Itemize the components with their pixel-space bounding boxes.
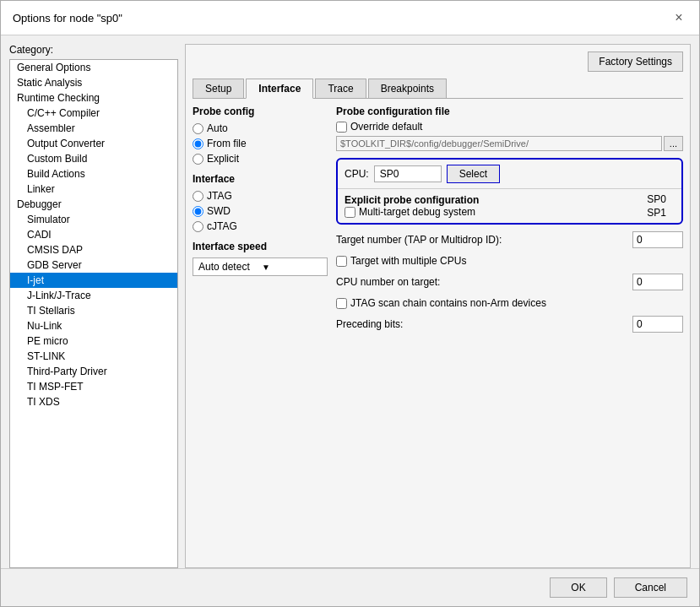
- sidebar-item[interactable]: Debugger: [10, 197, 177, 212]
- cpu-label: CPU:: [345, 168, 369, 180]
- factory-settings-button[interactable]: Factory Settings: [588, 51, 683, 72]
- probe-config-explicit-row[interactable]: Explicit: [193, 153, 328, 165]
- main-panel: Factory Settings SetupInterfaceTraceBrea…: [185, 44, 691, 568]
- preceding-bits-row: Preceding bits:: [336, 316, 683, 333]
- override-row: Override default: [336, 121, 683, 133]
- override-label: Override default: [350, 121, 422, 133]
- explicit-value-sp0: SP0: [647, 192, 666, 206]
- multi-target-checkbox[interactable]: [345, 207, 355, 218]
- speed-box: Interface speed Auto detect ▼: [193, 241, 328, 276]
- swd-row[interactable]: SWD: [193, 205, 328, 217]
- sidebar-item[interactable]: CMSIS DAP: [10, 242, 177, 257]
- jtag-row[interactable]: JTAG: [193, 190, 328, 202]
- category-label: Category:: [9, 44, 178, 56]
- probe-config-auto-radio[interactable]: [193, 123, 203, 134]
- probe-config-auto-row[interactable]: Auto: [193, 122, 328, 134]
- cjtag-radio[interactable]: [193, 221, 203, 232]
- cpu-number-row: CPU number on target:: [336, 274, 683, 290]
- speed-dropdown[interactable]: Auto detect ▼: [193, 257, 328, 276]
- jtag-label: JTAG: [207, 190, 232, 202]
- target-multiple-cpus-label: Target with multiple CPUs: [350, 255, 466, 267]
- probe-config-label: Probe config: [193, 106, 328, 117]
- sidebar-item[interactable]: Linker: [10, 182, 177, 197]
- cpu-select-section: CPU: Select Explicit probe configuration…: [336, 158, 683, 225]
- sidebar-item[interactable]: ST-LINK: [10, 349, 177, 364]
- factory-btn-row: Factory Settings: [193, 51, 683, 72]
- sidebar-item[interactable]: J-Link/J-Trace: [10, 288, 177, 303]
- probe-config-fromfile-radio[interactable]: [193, 138, 203, 149]
- explicit-probe-label: Explicit probe configuration: [345, 194, 479, 206]
- jtag-scan-row: JTAG scan chain contains non-Arm devices: [336, 297, 683, 309]
- cpu-input[interactable]: [374, 165, 442, 182]
- explicit-probe-section: Explicit probe configuration Multi-targe…: [345, 194, 479, 218]
- sidebar-item[interactable]: GDB Server: [10, 257, 177, 273]
- dialog: Options for node "sp0" × Category: Gener…: [0, 0, 700, 607]
- sidebar-item[interactable]: Static Analysis: [10, 75, 177, 90]
- preceding-bits-label: Preceding bits:: [336, 318, 627, 330]
- probe-config-box: Probe config Auto From file Explicit: [193, 106, 328, 165]
- tab-interface[interactable]: Interface: [246, 79, 313, 99]
- interface-label: Interface: [193, 173, 328, 185]
- cpu-number-input[interactable]: [632, 274, 683, 290]
- cpu-number-label: CPU number on target:: [336, 276, 627, 288]
- probe-config-auto-label: Auto: [207, 122, 228, 134]
- select-button[interactable]: Select: [447, 165, 500, 183]
- sidebar-list: General OptionsStatic AnalysisRuntime Ch…: [9, 59, 178, 568]
- swd-radio[interactable]: [193, 206, 203, 217]
- sidebar-item[interactable]: Custom Build: [10, 151, 177, 166]
- sidebar-item[interactable]: C/C++ Compiler: [10, 106, 177, 121]
- tab-trace[interactable]: Trace: [315, 79, 366, 98]
- swd-label: SWD: [207, 205, 231, 217]
- cjtag-row[interactable]: cJTAG: [193, 220, 328, 232]
- speed-arrow-icon: ▼: [262, 263, 322, 272]
- multi-target-row: Multi-target debug system: [345, 206, 479, 218]
- browse-button[interactable]: ...: [664, 136, 683, 151]
- speed-value: Auto detect: [198, 261, 258, 273]
- jtag-scan-checkbox[interactable]: [336, 298, 347, 309]
- right-column: Probe configuration file Override defaul…: [336, 106, 683, 561]
- interface-box: Interface JTAG SWD cJTAG: [193, 173, 328, 232]
- speed-label: Interface speed: [193, 241, 328, 252]
- left-column: Probe config Auto From file Explicit: [193, 106, 328, 561]
- sidebar-item[interactable]: Nu-Link: [10, 318, 177, 333]
- probe-config-fromfile-row[interactable]: From file: [193, 138, 328, 149]
- sidebar-item[interactable]: Runtime Checking: [10, 90, 177, 106]
- target-number-input[interactable]: [632, 231, 683, 248]
- ok-button[interactable]: OK: [550, 577, 606, 598]
- sidebar-item[interactable]: Third-Party Driver: [10, 364, 177, 379]
- sidebar-item[interactable]: TI XDS: [10, 394, 177, 409]
- target-multiple-cpus-row: Target with multiple CPUs: [336, 255, 683, 267]
- dialog-body: Category: General OptionsStatic Analysis…: [1, 35, 699, 568]
- cpu-row: CPU: Select: [338, 160, 681, 188]
- explicit-value-sp1: SP1: [647, 206, 666, 219]
- probe-config-fromfile-label: From file: [207, 138, 247, 149]
- sidebar-item[interactable]: Build Actions: [10, 166, 177, 182]
- target-multiple-cpus-checkbox[interactable]: [336, 256, 347, 267]
- jtag-radio[interactable]: [193, 191, 203, 202]
- sidebar-item[interactable]: TI Stellaris: [10, 303, 177, 318]
- probe-file-label: Probe configuration file: [336, 106, 683, 117]
- probe-config-explicit-label: Explicit: [207, 153, 239, 165]
- cancel-button[interactable]: Cancel: [614, 577, 687, 598]
- sidebar-item[interactable]: I-jet: [10, 273, 177, 288]
- probe-config-file-box: Probe configuration file Override defaul…: [336, 106, 683, 151]
- probe-config-explicit-radio[interactable]: [193, 154, 203, 165]
- title-bar: Options for node "sp0" ×: [1, 1, 699, 35]
- override-checkbox[interactable]: [336, 122, 347, 133]
- tab-breakpoints[interactable]: Breakpoints: [368, 79, 447, 98]
- preceding-bits-input[interactable]: [632, 316, 683, 333]
- sidebar-item[interactable]: TI MSP-FET: [10, 379, 177, 394]
- close-button[interactable]: ×: [670, 9, 687, 26]
- sidebar-item[interactable]: Output Converter: [10, 136, 177, 151]
- sidebar-item[interactable]: General Options: [10, 60, 177, 75]
- explicit-values: SP0 SP1: [647, 192, 675, 219]
- file-path-input[interactable]: [336, 136, 662, 151]
- explicit-probe-header-row: Explicit probe configuration Multi-targe…: [338, 188, 681, 223]
- jtag-scan-label: JTAG scan chain contains non-Arm devices: [350, 297, 546, 309]
- sidebar-item[interactable]: Assembler: [10, 121, 177, 136]
- tabs-row: SetupInterfaceTraceBreakpoints: [193, 79, 683, 99]
- sidebar-item[interactable]: PE micro: [10, 333, 177, 349]
- tab-setup[interactable]: Setup: [193, 79, 244, 98]
- sidebar-item[interactable]: Simulator: [10, 212, 177, 227]
- sidebar-item[interactable]: CADI: [10, 227, 177, 242]
